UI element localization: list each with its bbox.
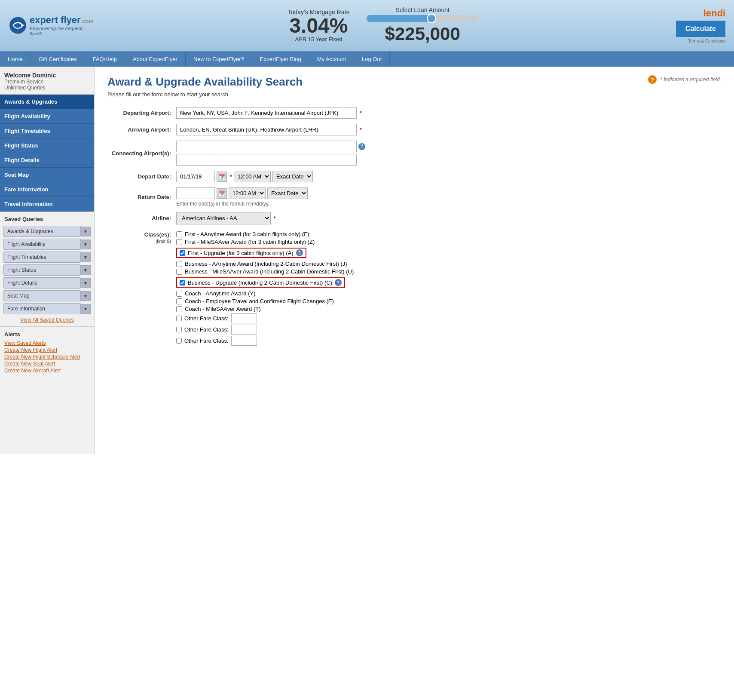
sidebar-item-fare[interactable]: Fare Information (0, 182, 94, 197)
view-saved-alerts-link[interactable]: View Saved Alerts (4, 340, 90, 346)
saved-query-seatmap-btn[interactable]: Seat Map (3, 290, 81, 301)
saved-query-fare-btn[interactable]: Fare Information (3, 303, 81, 314)
nav-about[interactable]: About ExpertFlyer (125, 52, 186, 67)
other-fare-3-cb[interactable] (176, 338, 182, 344)
class-upgrade-biz-cb[interactable] (180, 280, 185, 286)
other-fare-1-label: Other Fare Class: (184, 315, 229, 322)
saved-query-availability-arrow[interactable]: ▼ (81, 239, 91, 249)
saved-query-timetables-btn[interactable]: Flight Timetables (3, 252, 81, 263)
depart-time-select[interactable]: 12:00 AM (234, 171, 271, 182)
airline-select[interactable]: American Airlines - AA (176, 212, 271, 224)
nav-faq[interactable]: FAQ/Help (85, 52, 125, 67)
depart-date-label: Depart Date: (107, 168, 176, 185)
other-fare-2-cb[interactable] (176, 327, 182, 332)
create-schedule-alert-link[interactable]: Create New Flight Schedule Alert (4, 354, 90, 360)
other-fare-1-input[interactable] (231, 313, 257, 323)
sidebar-item-timetables[interactable]: Flight Timetables (0, 124, 94, 138)
departing-input[interactable] (176, 107, 357, 119)
welcome-sub1: Premium Service (4, 79, 90, 85)
saved-query-availability-btn[interactable]: Flight Availability (3, 239, 81, 250)
nav-new[interactable]: New to ExpertFlyer? (186, 52, 252, 67)
nav-blog[interactable]: ExpertFlyer Blog (252, 52, 309, 67)
saved-query-status-arrow[interactable]: ▼ (81, 265, 91, 275)
sidebar-welcome: Welcome Dominic Premium Service Unlimite… (0, 67, 94, 95)
class-milesaaver-biz-cb[interactable] (176, 269, 182, 275)
other-fare-3-input[interactable] (231, 336, 257, 346)
saved-query-status-btn[interactable]: Flight Status (3, 264, 81, 276)
sidebar-item-seatmap[interactable]: Seat Map (0, 168, 94, 182)
saved-query-details: Flight Details ▼ (3, 277, 91, 289)
other-fare-1-cb[interactable] (176, 316, 182, 321)
search-form: Departing Airport: * Arriving Airport: *… (107, 104, 721, 350)
return-date-input[interactable] (176, 187, 215, 199)
departing-required-star: * (360, 110, 362, 116)
saved-query-fare-arrow[interactable]: ▼ (81, 304, 91, 314)
depart-date-input[interactable] (176, 171, 215, 182)
sidebar-item-availability[interactable]: Flight Availability (0, 109, 94, 124)
nav-gift[interactable]: Gift Certificates (31, 52, 85, 67)
class-upgrade-first-highlighted: First - Upgrade (for 3 cabin flights onl… (176, 248, 306, 258)
help-icon[interactable]: ? (648, 75, 657, 84)
class-aanytime-first-label: First - AAnytime Award (for 3 cabin flig… (185, 231, 309, 237)
nav-account[interactable]: My Account (309, 52, 354, 67)
classes-row: Class(es): (limit 9) First - AAnytime Aw… (107, 227, 721, 350)
saved-queries-title: Saved Queries (0, 212, 94, 224)
page-title: Award & Upgrade Availability Search (107, 75, 303, 89)
saved-query-awards-btn[interactable]: Awards & Upgrades (3, 226, 81, 237)
class-milesaaver-first-label: First - MileSAAver Award (for 3 cabin fl… (185, 239, 315, 245)
calculate-button[interactable]: Calculate (676, 21, 725, 37)
return-calendar-icon[interactable]: 📅 (217, 188, 227, 199)
depart-type-select[interactable]: Exact Date (272, 171, 313, 182)
connecting-info-icon[interactable]: ? (358, 143, 365, 150)
class-aanytime-coach-cb[interactable] (176, 291, 182, 297)
depart-calendar-icon[interactable]: 📅 (217, 172, 227, 182)
logo-icon (9, 16, 27, 35)
return-date-label: Return Date: (107, 185, 176, 209)
view-all-queries-link[interactable]: View All Saved Queries (0, 317, 94, 323)
other-fare-1: Other Fare Class: (176, 313, 721, 323)
sidebar-item-travel[interactable]: Travel Information (0, 197, 94, 212)
connecting-input-1[interactable] (176, 141, 357, 152)
connecting-input-2[interactable] (176, 154, 357, 166)
content-area: Award & Upgrade Availability Search Plea… (95, 67, 734, 454)
slider-thumb[interactable] (427, 14, 436, 23)
sidebar-item-status[interactable]: Flight Status (0, 138, 94, 153)
class-aanytime-biz-cb[interactable] (176, 261, 182, 267)
loan-amount: $225,000 (362, 24, 483, 44)
saved-query-awards-arrow[interactable]: ▼ (81, 227, 91, 236)
return-date-field: 📅 12:00 AM Exact Date Enter the date(s) … (176, 185, 721, 209)
create-flight-alert-link[interactable]: Create New Flight Alert (4, 347, 90, 353)
nav-home[interactable]: Home (0, 52, 31, 67)
loan-ad: Select Loan Amount $225,000 (362, 6, 483, 44)
sidebar-item-details[interactable]: Flight Details (0, 153, 94, 168)
classes-label: Class(es): (limit 9) (107, 227, 176, 350)
sidebar-item-awards[interactable]: Awards & Upgrades (0, 95, 94, 109)
saved-query-timetables-arrow[interactable]: ▼ (81, 252, 91, 262)
class-milesaaver-first: First - MileSAAver Award (for 3 cabin fl… (176, 239, 721, 245)
other-fare-2-input[interactable] (231, 325, 257, 335)
create-seat-alert-link[interactable]: Create New Seat Alert (4, 361, 90, 367)
class-employee-coach-label: Coach - Employee Travel and Confirmed Fl… (185, 298, 334, 304)
logo-area: expert flyer.com Empowering the frequent… (0, 10, 103, 40)
class-milesaaver-coach-label: Coach - MileSAAver Award (T) (185, 306, 261, 312)
class-employee-coach-cb[interactable] (176, 298, 182, 304)
class-upgrade-first-cb[interactable] (180, 250, 185, 256)
return-type-select[interactable]: Exact Date (267, 187, 308, 199)
loan-slider[interactable] (367, 15, 478, 22)
create-aircraft-alert-link[interactable]: Create New Aircraft Alert (4, 368, 90, 374)
departing-field: * (176, 104, 721, 121)
saved-query-details-btn[interactable]: Flight Details (3, 277, 81, 289)
class-upgrade-first-info-icon[interactable]: ? (296, 249, 303, 256)
arriving-input[interactable] (176, 124, 357, 135)
nav-logout[interactable]: Log Out (354, 52, 390, 67)
class-milesaaver-first-cb[interactable] (176, 239, 182, 245)
class-milesaaver-coach-cb[interactable] (176, 306, 182, 312)
return-time-select[interactable]: 12:00 AM (229, 187, 266, 199)
class-upgrade-biz-info-icon[interactable]: ? (335, 279, 342, 286)
page-subtitle: Please fill out the form below to start … (107, 91, 303, 98)
class-aanytime-first-cb[interactable] (176, 231, 182, 237)
main-layout: Welcome Dominic Premium Service Unlimite… (0, 67, 734, 454)
saved-query-seatmap-arrow[interactable]: ▼ (81, 291, 91, 301)
class-upgrade-biz-highlighted: Business - Upgrade (Including 2-Cabin Do… (176, 277, 345, 288)
saved-query-details-arrow[interactable]: ▼ (81, 278, 91, 288)
